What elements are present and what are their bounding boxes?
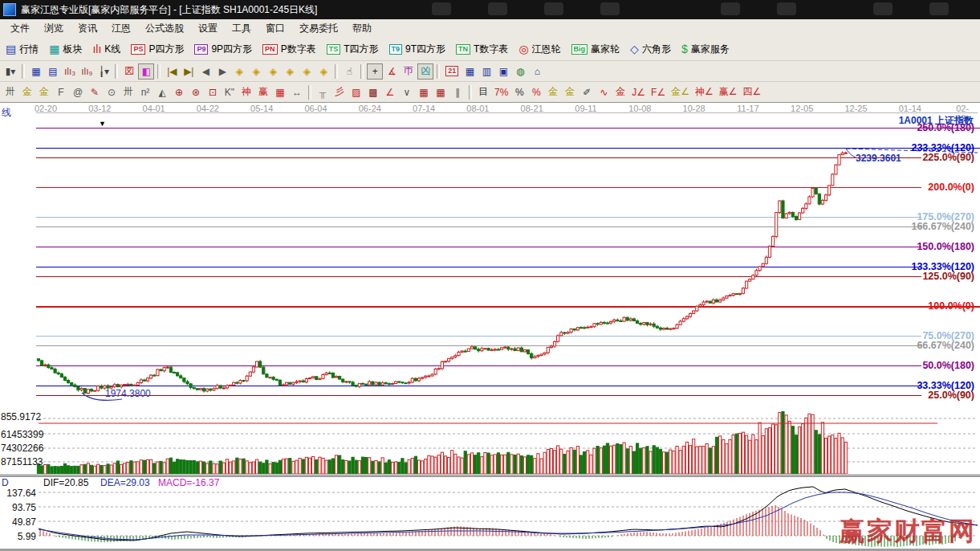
pc-sync-button[interactable]: ⌂: [529, 63, 545, 80]
menu-item[interactable]: 浏览: [37, 19, 71, 38]
gold-circle-button[interactable]: 金: [545, 84, 561, 100]
web-sync-button[interactable]: ◍: [512, 63, 528, 80]
calendar-button[interactable]: 21: [443, 63, 461, 80]
menu-item[interactable]: 江恩: [104, 19, 138, 38]
gold-line-button[interactable]: 金: [562, 84, 578, 100]
expand-all-button[interactable]: ◈: [299, 63, 315, 80]
p-square-button[interactable]: PSP四方形: [128, 41, 189, 58]
circle-cross-button[interactable]: ⊕: [171, 84, 187, 100]
nine-p-square-button[interactable]: P99P四方形: [191, 41, 258, 58]
shift-left-button[interactable]: ◈: [231, 63, 247, 80]
candle-style-button[interactable]: ▮▾: [2, 63, 18, 80]
price-levels-button[interactable]: 目: [475, 84, 491, 100]
menu-item[interactable]: 工具: [225, 19, 258, 38]
step-forward-button[interactable]: ▶: [214, 63, 230, 80]
percent-button[interactable]: %: [511, 84, 527, 100]
save-button[interactable]: ▣: [495, 63, 511, 80]
calculator-button[interactable]: ▦: [462, 63, 478, 80]
crosshair-button[interactable]: +: [367, 63, 383, 80]
gann-level-label: 25.0%(90): [928, 390, 974, 401]
t-number-table-button[interactable]: TNT数字表: [453, 41, 514, 58]
chart-window-button[interactable]: ▦: [28, 63, 44, 80]
ying-angle-button[interactable]: 赢∠: [717, 84, 740, 100]
square-target-button[interactable]: ⊡: [205, 84, 221, 100]
menu-item[interactable]: 帮助: [345, 19, 379, 38]
fibonacci-ruler-button[interactable]: F: [53, 84, 69, 100]
color-volume-button[interactable]: ◧: [138, 63, 154, 80]
expand-horizontal-button[interactable]: ◈: [265, 63, 281, 80]
spiral-button[interactable]: @: [70, 84, 86, 100]
menu-item[interactable]: 资讯: [71, 19, 104, 38]
time-cycle-button[interactable]: ⊙: [104, 84, 120, 100]
percent-line-button[interactable]: %: [528, 84, 544, 100]
angle-measure-button[interactable]: ∡: [384, 63, 400, 80]
menu-item[interactable]: 文件: [3, 19, 37, 38]
hexagon-button[interactable]: ◇六角形: [627, 41, 677, 58]
single-candle-button[interactable]: ╽▾: [96, 63, 112, 80]
f-angle-button[interactable]: F∠: [649, 84, 668, 100]
wheel-star-button[interactable]: ⊛: [188, 84, 204, 100]
n-square-button[interactable]: n²: [137, 84, 153, 100]
k-count-button[interactable]: K": [222, 84, 238, 100]
zigzag-button[interactable]: ∨: [399, 84, 415, 100]
shift-right-button[interactable]: ◈: [248, 63, 264, 80]
angle-line-button[interactable]: ∠: [382, 84, 398, 100]
mirror-fan-button[interactable]: ◭: [154, 84, 170, 100]
p-number-table-button[interactable]: PNP数字表: [259, 41, 322, 58]
bars-9-button[interactable]: ılı₉: [79, 63, 95, 80]
memo-button[interactable]: ▥: [478, 63, 494, 80]
go-last-button[interactable]: ▶|: [181, 63, 197, 80]
menu-item[interactable]: 设置: [191, 19, 225, 38]
ab-wave-button[interactable]: ∿: [596, 84, 612, 100]
time-ruler-button[interactable]: 卅: [120, 84, 136, 100]
nine-t-square-button[interactable]: T99T四方形: [386, 41, 452, 58]
parallel-lines-button[interactable]: ∥: [449, 84, 466, 100]
ruler-123-button[interactable]: ▦: [272, 84, 288, 100]
menu-item[interactable]: 窗口: [258, 19, 292, 38]
gold-ratio-ruler-button[interactable]: 金: [19, 84, 35, 100]
gann-wheel-button[interactable]: ◎江恩轮: [515, 41, 566, 58]
quotes-button[interactable]: ▤行情: [2, 41, 44, 58]
gold-price-ruler-button[interactable]: 金: [36, 84, 52, 100]
ink-pen-button[interactable]: ✐: [579, 84, 595, 100]
go-first-button[interactable]: |◀: [164, 63, 180, 80]
bars-3-button[interactable]: ılı₃: [62, 63, 78, 80]
step-back-button[interactable]: ◀: [197, 63, 213, 80]
ray-fan-button[interactable]: 彡: [331, 84, 348, 100]
gold-box-button[interactable]: 金: [612, 84, 628, 100]
sectors-button[interactable]: ▦板块: [46, 41, 87, 58]
dark-grid-icon: ▩: [368, 87, 377, 98]
info-tool-button[interactable]: 図: [121, 63, 137, 80]
compress-horizontal-button[interactable]: ◈: [282, 63, 298, 80]
restore-view-button[interactable]: ◈: [315, 63, 331, 80]
hand-drag-button[interactable]: ☝: [341, 63, 357, 80]
gold-angle-button[interactable]: 金∠: [669, 84, 692, 100]
price-pen-button[interactable]: ✎: [87, 84, 103, 100]
ruler-button[interactable]: 卅: [2, 84, 18, 100]
fan-box-button[interactable]: ▨: [348, 84, 364, 100]
winner-service-button[interactable]: $赢家服务: [678, 41, 735, 58]
kline-button[interactable]: ılıK线: [89, 41, 126, 58]
kline-plot-area[interactable]: [36, 112, 980, 406]
percent-icon: %: [515, 87, 524, 98]
t-square-tool-button[interactable]: ╥: [315, 84, 331, 100]
j-angle-button[interactable]: J∠: [629, 84, 648, 100]
shen-ruler-button[interactable]: 神: [238, 84, 254, 100]
grid-box-1-button[interactable]: ▦: [416, 84, 432, 100]
wave-tool-button[interactable]: 凶: [417, 63, 433, 80]
quote-table-button[interactable]: ▤: [45, 63, 61, 80]
percent-7-button[interactable]: 7%: [492, 84, 510, 100]
ying-ruler-icon: 赢: [258, 85, 268, 99]
t-square-button[interactable]: TST四方形: [323, 41, 384, 58]
menu-item[interactable]: 公式选股: [138, 19, 191, 38]
toolbar-label: 9T四方形: [405, 43, 445, 56]
gann-grid-button[interactable]: 帀: [401, 63, 417, 80]
winner-wheel-button[interactable]: Big赢家轮: [568, 41, 626, 58]
menu-item[interactable]: 交易委托: [292, 19, 345, 38]
shen-angle-button[interactable]: 神∠: [693, 84, 716, 100]
ying-ruler-button[interactable]: 赢: [255, 84, 271, 100]
si-angle-button[interactable]: 四∠: [741, 84, 764, 100]
grid-box-2-button[interactable]: ▦: [433, 84, 449, 100]
span-arrow-button[interactable]: ↔: [289, 84, 305, 100]
dark-grid-button[interactable]: ▩: [365, 84, 381, 100]
